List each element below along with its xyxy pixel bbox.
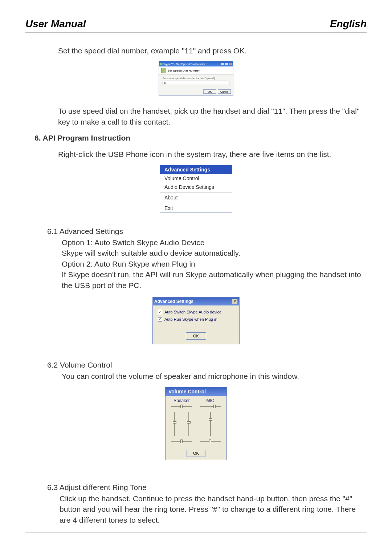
close-icon[interactable]: × (232, 299, 238, 304)
subsection-6-1-body: Option 1: Auto Switch Skype Audio Device… (62, 237, 367, 291)
cancel-button[interactable]: Cancel (218, 89, 231, 94)
s61-line3: Option 2: Auto Run Skype when Plug in (62, 259, 367, 269)
menu-item-advanced-settings[interactable]: Advanced Settings (160, 165, 232, 174)
s61-line4: If Skype doesn't run, the API will run S… (62, 269, 367, 291)
label-auto-switch: Auto Switch Skype Audio device (164, 310, 221, 314)
speaker-column: Speaker (169, 398, 194, 445)
page-header: User Manual English (25, 18, 367, 33)
speaker-balance-slider[interactable] (169, 405, 194, 408)
ok-button[interactable]: OK (187, 450, 205, 457)
header-right: English (330, 18, 367, 30)
header-left: User Manual (25, 18, 86, 30)
speaker-volume-slider-right[interactable] (187, 410, 191, 437)
s63-line1: Click up the handset. Continue to press … (60, 493, 367, 525)
menu-item-volume-control[interactable]: Volume Control (160, 174, 232, 183)
speed-dial-prompt: Enter new speed dial number for 'aina' (… (163, 77, 229, 80)
para-use-speed-dial: To use speed dial on the handset, pick u… (58, 106, 367, 127)
mic-balance-slider[interactable] (198, 405, 223, 408)
menu-separator (160, 192, 232, 193)
s62-line1: You can control the volume of speaker an… (62, 371, 367, 381)
minimize-icon[interactable] (221, 62, 224, 65)
section-6-heading: 6. API Program Instruction (34, 134, 367, 142)
menu-separator (160, 203, 232, 203)
ok-button[interactable]: OK (186, 332, 206, 340)
dialog-heading-row: Set Speed Dial Number (159, 66, 233, 75)
mic-bottom-slider[interactable] (198, 439, 223, 443)
mic-column: MIC (198, 398, 223, 445)
footer-rule (25, 532, 367, 533)
mic-label: MIC (198, 398, 223, 403)
para-right-click: Right-click the USB Phone icon in the sy… (58, 149, 367, 159)
dialog-volume-control: Volume Control Speaker MIC (165, 387, 227, 460)
label-auto-run: Auto Run Skype when Plug in (164, 317, 217, 321)
close-icon[interactable] (229, 62, 232, 65)
maximize-icon[interactable] (225, 62, 228, 65)
dialog-advanced-settings: Advanced Settings × Auto Switch Skype Au… (152, 297, 240, 344)
speaker-label: Speaker (169, 398, 194, 403)
subsection-6-2-body: You can control the volume of speaker an… (62, 371, 367, 381)
dialog-title-text: Advanced Settings (154, 299, 193, 304)
dialog-heading-text: Set Speed Dial Number (168, 69, 200, 72)
checkbox-auto-switch[interactable] (158, 310, 162, 314)
menu-item-about[interactable]: About (160, 193, 232, 202)
dialog-set-speed-dial: Skype™ - Set Speed Dial Number Set Speed… (159, 61, 233, 96)
speaker-bottom-slider[interactable] (169, 439, 194, 443)
subsection-6-3-body: Click up the handset. Continue to press … (60, 493, 367, 525)
para-set-speed-dial: Set the speed dial number, example "11" … (58, 45, 367, 56)
speed-dial-input[interactable] (163, 81, 229, 85)
dialog-title-text: Skype™ - Set Speed Dial Number (163, 62, 207, 66)
menu-item-exit[interactable]: Exit (160, 204, 232, 212)
menu-item-audio-device-settings[interactable]: Audio Device Settings (160, 183, 232, 191)
tray-context-menu: Advanced Settings Volume Control Audio D… (160, 165, 232, 213)
s61-line1: Option 1: Auto Switch Skype Audio Device (62, 237, 367, 248)
contact-icon (161, 68, 166, 73)
subsection-6-3-heading: 6.3 Adjust different Ring Tone (47, 482, 367, 493)
checkbox-auto-run[interactable] (158, 317, 162, 321)
subsection-6-1-heading: 6.1 Advanced Settings (47, 226, 367, 236)
skype-status-icon (160, 63, 162, 65)
mic-volume-slider[interactable] (209, 410, 212, 437)
dialog-titlebar: Skype™ - Set Speed Dial Number (159, 61, 233, 66)
speaker-volume-slider-left[interactable] (173, 410, 176, 437)
s61-line2: Skype will switch suitable audio device … (62, 248, 367, 258)
subsection-6-2-heading: 6.2 Volume Control (47, 360, 367, 370)
dialog-titlebar: Volume Control (166, 387, 226, 396)
dialog-titlebar: Advanced Settings × (153, 297, 239, 305)
ok-button[interactable]: OK (203, 89, 216, 94)
dialog-title-text: Volume Control (168, 389, 206, 394)
